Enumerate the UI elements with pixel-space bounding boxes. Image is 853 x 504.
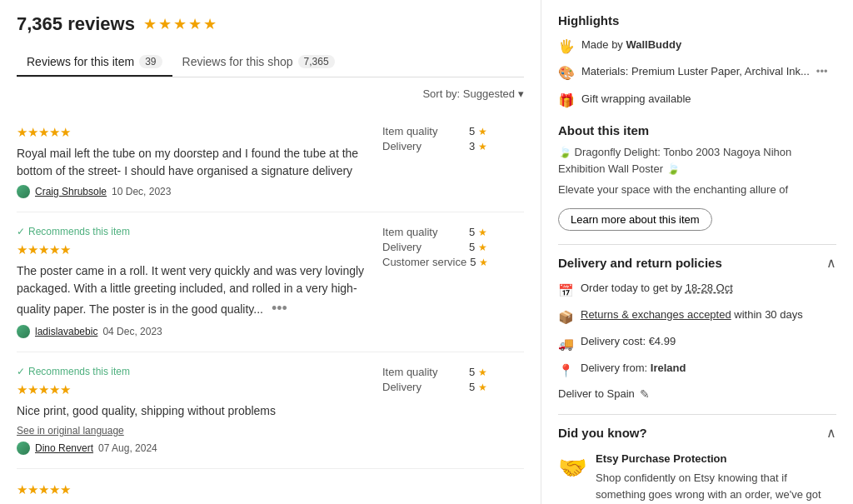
purchase-protection-title: Etsy Purchase Protection [596,451,836,467]
author-avatar [17,442,30,455]
author-name[interactable]: Dino Renvert [35,442,93,454]
r3-star: ★★★★★ [17,382,71,397]
highlights-title: Highlights [558,13,836,27]
did-you-know-section: Did you know? ∧ 🤝 Etsy Purchase Protecti… [558,414,836,504]
r4-star: ★★★★★ [17,482,71,497]
review-left: ★★★★★ Magnificent poster. The colors are… [17,482,374,504]
delivery-section: Delivery and return policies ∧ 📅 Order t… [558,244,836,401]
rating-val-delivery: 3 [469,140,475,152]
review-item: ★★★★★ Royal mail left the tube on my doo… [17,112,524,212]
r1-star: ★★★★★ [17,125,71,139]
overall-stars: ★ ★ ★ ★ ★ [143,15,217,33]
rating-label: Item quality [382,366,466,378]
rating-line-quality: Item quality 5 ★ [382,366,524,378]
dyk-chevron-icon[interactable]: ∧ [826,425,836,441]
review-author-row: Dino Renvert 07 Aug, 2024 [17,442,374,455]
returns-link[interactable]: Returns & exchanges accepted [581,308,731,321]
reviews-title: 7,365 reviews [17,13,135,35]
highlight-text: Materials: Premium Luster Paper, Archiva… [581,64,810,79]
learn-more-button[interactable]: Learn more about this item [558,208,712,231]
tab-this-shop[interactable]: Reviews for this shop 7,365 [172,48,345,77]
rating-label-quality: Item quality [382,125,466,137]
rating-label-delivery: Delivery [382,140,466,152]
delivery-row-returns: 📦 Returns & exchanges accepted within 30… [558,307,836,326]
tab-this-shop-badge: 7,365 [298,55,335,68]
review-stars: ★★★★★ [17,482,374,497]
checkmark-icon: ✓ [17,366,25,377]
delivery-chevron-icon[interactable]: ∧ [826,255,836,271]
brand-name[interactable]: WallBuddy [626,38,681,51]
delivery-date-text: Order today to get by 18-28 Oct [581,281,733,296]
highlight-text: Made by WallBuddy [581,37,681,52]
rating-line-delivery: Delivery 5 ★ [382,381,524,393]
delivery-row-cost: 🚚 Delivery cost: €4.99 [558,334,836,352]
delivery-cost-text: Delivery cost: €4.99 [581,334,676,349]
edit-icon[interactable]: ✎ [640,387,650,401]
returns-icon: 📦 [558,308,574,326]
product-details-panel: Highlights 🖐️ Made by WallBuddy 🎨 Materi… [541,0,853,504]
deliver-to-label: Deliver to Spain [558,387,635,400]
rating-val: 5 [469,381,475,393]
tab-bar: Reviews for this item 39 Reviews for thi… [17,48,524,77]
review-left: ✓ Recommends this item ★★★★★ The poster … [17,226,374,338]
review-item: ✓ Recommends this item ★★★★★ Nice print,… [17,352,524,469]
about-section: About this item 🍃 Dragonfly Delight: Ton… [558,123,836,231]
reviews-header: 7,365 reviews ★ ★ ★ ★ ★ [17,13,524,35]
location-icon: 📍 [558,362,574,379]
author-name[interactable]: Craig Shrubsole [35,186,107,197]
ellipsis-button[interactable]: ••• [272,300,287,317]
review-text: The poster came in a roll. It went very … [17,262,374,320]
rating-val: 5 [469,241,475,253]
rating-star: ★ [478,367,487,378]
highlight-made-by: 🖐️ Made by WallBuddy [558,37,836,56]
purchase-protection-text: Shop confidently on Etsy knowing that if… [596,470,836,504]
star-4: ★ [188,15,202,33]
delivery-header: Delivery and return policies ∧ [558,255,836,271]
review-ratings: Item quality 5 ★ Delivery 5 ★ Customer s… [374,226,524,271]
rating-line-quality: Item quality 5 ★ [382,226,524,238]
reviews-panel: 7,365 reviews ★ ★ ★ ★ ★ Reviews for this… [0,0,541,504]
review-item: ✓ Recommends this item ★★★★★ The poster … [17,212,524,352]
materials-ellipsis[interactable]: ••• [816,64,828,79]
review-stars: ★★★★★ [17,242,374,257]
author-name[interactable]: ladislavabebic [35,326,97,337]
delivery-from-text: Delivery from: Ireland [581,361,686,376]
delivery-from-country: Ireland [651,362,686,374]
author-avatar [17,185,30,198]
see-original-link[interactable]: See in original language [17,425,374,437]
recommends-label: Recommends this item [28,366,130,377]
star-2: ★ [158,15,172,33]
hand-icon: 🖐️ [558,37,575,56]
author-avatar [17,325,30,338]
recommends-row: ✓ Recommends this item [17,366,374,377]
star-5: ★ [203,15,217,33]
rating-line-delivery: Delivery 3 ★ [382,140,524,152]
dyk-title: Did you know? [558,426,647,440]
rating-label: Delivery [382,241,466,253]
review-date: 07 Aug, 2024 [98,442,157,454]
truck-icon: 🚚 [558,335,574,352]
review-left: ✓ Recommends this item ★★★★★ Nice print,… [17,366,374,455]
review-top: ★★★★★ Royal mail left the tube on my doo… [17,125,524,198]
review-left: ★★★★★ Royal mail left the tube on my doo… [17,125,374,198]
rating-star-quality: ★ [478,126,487,137]
tab-this-item-badge: 39 [139,55,162,68]
review-ratings: Item quality 5 ★ Delivery 5 ★ [374,366,524,396]
sort-bar: Sort by: Suggested ▾ [17,87,524,100]
etsy-protection-icon: 🤝 [558,451,587,504]
delivery-date-range[interactable]: 18-28 Oct [686,282,733,294]
review-stars: ★★★★★ [17,382,374,397]
review-date: 04 Dec, 2023 [102,326,162,337]
rating-label: Delivery [382,381,466,393]
dyk-content: 🤝 Etsy Purchase Protection Shop confiden… [558,451,836,504]
sort-button[interactable]: Sort by: Suggested ▾ [422,87,524,100]
review-top: ✓ Recommends this item ★★★★★ Nice print,… [17,366,524,455]
rating-val-quality: 5 [469,125,475,137]
rating-val: 5 [469,366,475,378]
review-top: ✓ Recommends this item ★★★★★ The poster … [17,226,524,338]
tab-this-item[interactable]: Reviews for this item 39 [17,48,172,77]
rating-label: Customer service [382,256,466,268]
review-ratings: Item quality 5 ★ Delivery 3 ★ [374,125,524,155]
about-subtext: Elevate your space with the enchanting a… [558,182,836,198]
dyk-header: Did you know? ∧ [558,425,836,441]
